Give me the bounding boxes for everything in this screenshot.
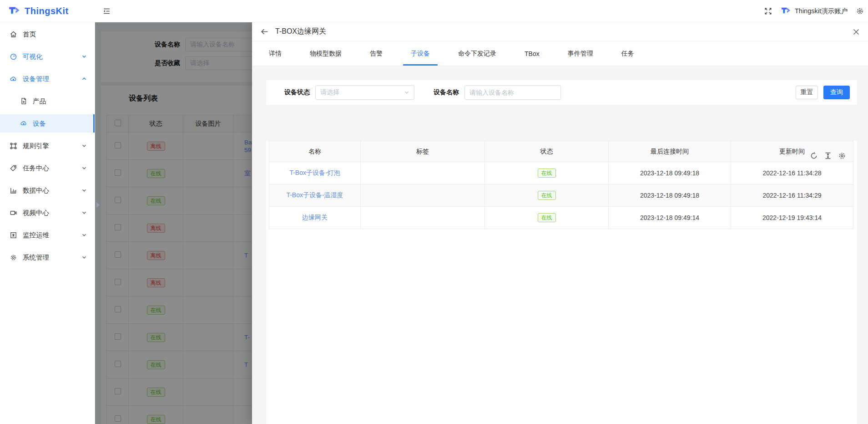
sidebar-item-data-center[interactable]: 数据中心 [0,181,95,199]
last-connect-cell: 2023-12-18 09:49:18 [609,184,731,207]
bar-chart-icon [10,187,17,194]
column-header-name: 名称 [269,141,361,162]
updated-cell: 2022-12-16 11:34:29 [731,184,853,207]
tab-detail[interactable]: 详情 [269,41,282,66]
sidebar-item-system-management[interactable]: 系统管理 [0,248,95,266]
home-icon [10,31,17,38]
account-avatar [781,6,791,16]
sidebar-item-video-center[interactable]: 视频中心 [0,204,95,222]
refresh-icon[interactable] [810,152,818,160]
chevron-down-icon [81,232,87,238]
tab-tbox[interactable]: TBox [525,41,540,66]
tab-tasks[interactable]: 任务 [621,41,634,66]
fullscreen-icon[interactable] [764,7,772,15]
cloud-device-icon [20,120,27,127]
table-row: T-Box子设备-灯泡 在线 2023-12-18 09:49:18 2022-… [269,162,853,184]
column-header-tag: 标签 [361,141,485,162]
video-camera-icon [10,209,17,217]
menu-fold-icon[interactable] [102,7,111,15]
sidebar-item-visualization[interactable]: 可视化 [0,47,95,66]
sidebar-item-label: 任务中心 [23,164,49,173]
device-detail-drawer: T-BOX边缘网关 详情 物模型数据 告警 子设备 命令下发记录 TBox 事件… [252,22,868,424]
tab-thing-model-data[interactable]: 物模型数据 [310,41,342,66]
subdevice-link[interactable]: T-Box子设备-灯泡 [289,169,340,176]
chevron-down-icon [404,90,409,95]
chevron-down-icon [81,210,87,215]
tag-cell [361,162,485,184]
subdevice-link[interactable]: 边缘网关 [302,214,328,221]
sidebar-item-home[interactable]: 首页 [0,25,95,43]
sidebar-item-label: 系统管理 [23,253,49,262]
device-name-label: 设备名称 [434,88,459,97]
reset-button[interactable]: 重置 [796,86,818,99]
sidebar-item-device-management[interactable]: 设备管理 [0,70,95,88]
subdevice-table: 名称 标签 状态 最后连接时间 更新时间 T-Box子设备-灯泡 在线 2023… [269,141,853,229]
last-connect-cell: 2023-12-18 09:49:18 [609,162,731,184]
tab-event-management[interactable]: 事件管理 [568,41,593,66]
sidebar-item-rule-engine[interactable]: 规则引擎 [0,137,95,155]
subdevice-link[interactable]: T-Box子设备-温湿度 [286,191,343,199]
status-badge: 在线 [538,191,556,200]
sidebar-item-label: 监控运维 [23,231,49,240]
chevron-up-icon [81,76,87,82]
column-header-status: 状态 [485,141,609,162]
brand-logo[interactable]: ThingsKit [0,0,95,22]
column-settings-gear-icon[interactable] [838,152,846,160]
subdevice-filter-bar: 设备状态 请选择 设备名称 重置 查询 [266,80,857,105]
updated-cell: 2022-12-19 19:43:14 [731,207,853,229]
device-status-label: 设备状态 [284,88,310,97]
sidebar-item-label: 首页 [23,30,36,39]
chevron-down-icon [81,188,87,193]
sidebar-collapse-handle[interactable] [96,201,101,209]
sidebar: 首页 可视化 设备管理 产品 设备 规则引擎 任务中心 数据中心 视频中心 [0,22,95,424]
device-status-select[interactable]: 请选择 [315,85,414,100]
gear-icon [10,254,17,261]
sidebar-item-monitor-ops[interactable]: 监控运维 [0,226,95,244]
search-button[interactable]: 查询 [823,86,850,99]
last-connect-cell: 2023-12-18 09:49:14 [609,207,731,229]
select-placeholder: 请选择 [320,88,339,97]
drawer-tabs: 详情 物模型数据 告警 子设备 命令下发记录 TBox 事件管理 任务 [252,41,868,66]
chevron-down-icon [81,165,87,171]
status-badge: 在线 [538,169,556,178]
table-row: T-Box子设备-温湿度 在线 2023-12-18 09:49:18 2022… [269,184,853,207]
sidebar-item-label: 数据中心 [23,186,49,195]
tag-icon [10,164,17,172]
back-arrow-icon[interactable] [260,27,269,36]
app-header: ThingsKit Thingskit演示账户 [0,0,868,22]
drawer-header: T-BOX边缘网关 [252,22,868,41]
drawer-body: 设备状态 请选择 设备名称 重置 查询 [252,66,868,424]
brand-name: ThingsKit [25,6,69,16]
sidebar-item-device[interactable]: 设备 [0,114,95,133]
sidebar-item-label: 产品 [33,97,46,106]
status-badge: 在线 [538,213,556,222]
tag-cell [361,207,485,229]
chevron-down-icon [81,54,87,59]
tag-cell [361,184,485,207]
chevron-down-icon [81,255,87,260]
sidebar-item-label: 规则引擎 [23,142,49,150]
updated-cell: 2022-12-16 11:34:28 [731,162,853,184]
row-height-icon[interactable] [824,152,832,160]
dashboard-icon [10,53,17,61]
sidebar-item-product[interactable]: 产品 [0,92,95,110]
table-row: 边缘网关 在线 2023-12-18 09:49:14 2022-12-19 1… [269,207,853,229]
sidebar-item-label: 设备管理 [23,75,49,83]
monitor-icon [10,231,17,239]
sidebar-item-task-center[interactable]: 任务中心 [0,159,95,177]
table-toolbar [810,152,846,160]
settings-gear-icon[interactable] [856,7,864,15]
device-name-input[interactable] [464,85,561,100]
column-header-last-connect: 最后连接时间 [609,141,731,162]
sidebar-item-label: 设备 [33,119,46,128]
tab-command-records[interactable]: 命令下发记录 [458,41,496,66]
tab-sub-devices[interactable]: 子设备 [411,41,430,66]
drawer-title: T-BOX边缘网关 [275,27,326,36]
subdevice-table-card: 名称 标签 状态 最后连接时间 更新时间 T-Box子设备-灯泡 在线 2023… [266,141,857,424]
sidebar-item-label: 视频中心 [23,209,49,217]
tab-alarm[interactable]: 告警 [370,41,383,66]
close-icon[interactable] [853,28,860,36]
account-menu[interactable]: Thingskit演示账户 [781,6,848,16]
product-file-icon [20,97,27,105]
cloud-device-icon [10,75,17,83]
